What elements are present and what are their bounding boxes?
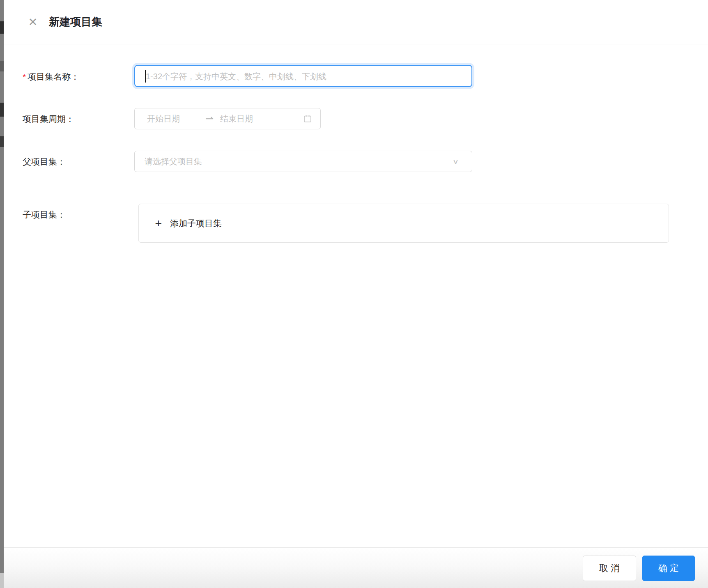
start-date-placeholder: 开始日期 [147,113,180,124]
new-program-drawer: ✕ 新建项目集 *项目集名称： 1-32个字符，支持中英文、数字、中划线、下划线… [4,0,708,588]
parent-select[interactable]: 请选择父项目集 ∨ [134,151,472,172]
drawer-header: ✕ 新建项目集 [4,0,708,44]
background-content-fragment [0,103,4,117]
close-icon[interactable]: ✕ [25,15,40,30]
calendar-icon [303,114,312,123]
background-content-fragment [0,573,4,588]
page-title: 新建项目集 [49,15,102,28]
add-child-label: 添加子项目集 [170,218,222,229]
children-box: ＋ 添加子项目集 [138,204,669,243]
cancel-button[interactable]: 取 消 [583,556,636,581]
name-field-label-text: 项目集名称： [28,72,79,81]
swap-right-icon: ⇀ [205,114,214,124]
confirm-button[interactable]: 确 定 [642,556,695,581]
add-child-button[interactable]: ＋ 添加子项目集 [153,204,222,242]
period-field-label: 项目集周期： [23,114,74,124]
background-content-fragment [0,136,4,147]
program-name-input[interactable]: 1-32个字符，支持中英文、数字、中划线、下划线 [134,65,472,87]
plus-icon: ＋ [153,218,164,229]
name-field-label: *项目集名称： [23,72,79,82]
chevron-down-icon: ∨ [453,158,459,165]
background-content-fragment [0,61,4,71]
background-page-edge [0,0,4,588]
background-content-fragment [0,21,4,34]
required-asterisk: * [23,72,26,81]
parent-select-placeholder: 请选择父项目集 [145,156,202,167]
end-date-placeholder: 结束日期 [220,113,253,124]
name-input-placeholder: 1-32个字符，支持中英文、数字、中划线、下划线 [146,71,326,82]
children-field-label: 子项目集： [23,210,66,220]
parent-field-label: 父项目集： [23,157,66,167]
drawer-footer: 取 消 确 定 [4,547,708,588]
period-range-picker[interactable]: 开始日期 ⇀ 结束日期 [134,108,321,129]
